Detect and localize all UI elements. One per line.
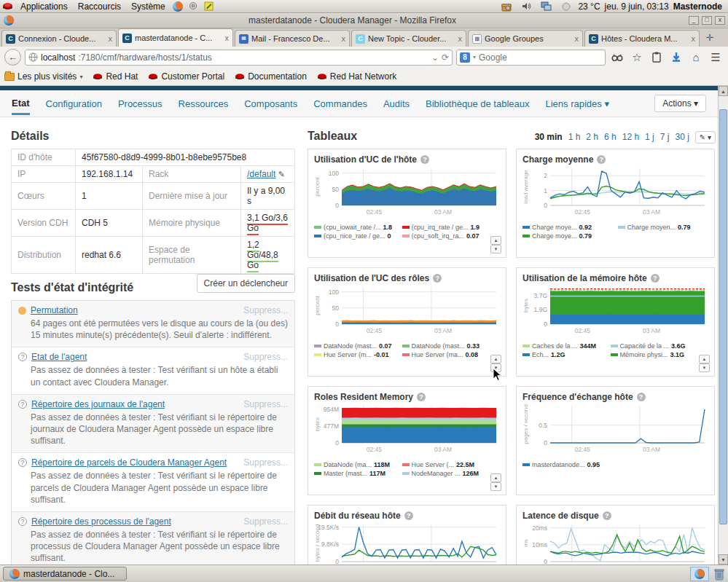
tab-processus[interactable]: Processus bbox=[118, 98, 163, 109]
minimize-button[interactable]: _ bbox=[689, 16, 699, 25]
screenshot-tool-icon[interactable] bbox=[188, 1, 199, 12]
tab-close-icon[interactable]: x bbox=[575, 34, 579, 43]
window-list-firefox-icon[interactable] bbox=[690, 567, 709, 581]
tab-bibliotheque[interactable]: Bibliothèque de tableaux bbox=[426, 98, 529, 109]
downloads-icon[interactable] bbox=[668, 50, 684, 66]
health-test-link[interactable]: Répertoire de parcels de Cloudera Manage… bbox=[31, 457, 227, 468]
legend-spinner[interactable]: ▲▼ bbox=[490, 473, 501, 491]
suppress-link[interactable]: Suppress... bbox=[243, 457, 288, 468]
help-icon[interactable]: ? bbox=[433, 274, 442, 283]
tab-new-topic[interactable]: C New Topic - Clouder... x bbox=[351, 30, 466, 47]
tab-audits[interactable]: Audits bbox=[383, 98, 410, 109]
suppress-link[interactable]: Suppress... bbox=[243, 516, 288, 527]
tab-configuration[interactable]: Configuration bbox=[46, 98, 102, 109]
search-input[interactable] bbox=[479, 52, 602, 63]
range-7j[interactable]: 7 j bbox=[660, 132, 670, 142]
range-2h[interactable]: 2 h bbox=[586, 132, 598, 142]
volume-icon[interactable] bbox=[521, 1, 532, 12]
tab-close-icon[interactable]: x bbox=[458, 34, 463, 43]
window-titlebar[interactable]: masterdatanode - Cloudera Manager - Mozi… bbox=[0, 13, 728, 28]
bookmark-customer-portal[interactable]: Customer Portal bbox=[148, 71, 224, 82]
spinner-down-icon[interactable]: ▼ bbox=[490, 245, 501, 253]
menu-raccourcis[interactable]: Raccourcis bbox=[73, 1, 126, 12]
page-scrollbar[interactable]: ▲ ▼ bbox=[718, 86, 728, 565]
chart-card[interactable]: Latence de disque?010ms20ms02:4503 AMms bbox=[516, 505, 715, 565]
find-icon[interactable] bbox=[609, 50, 625, 66]
tab-close-icon[interactable]: x bbox=[109, 34, 113, 43]
back-button[interactable]: ← bbox=[4, 49, 21, 66]
health-test-link[interactable]: Etat de l'agent bbox=[31, 352, 87, 362]
close-button[interactable]: x bbox=[715, 16, 725, 25]
range-1j[interactable]: 1 j bbox=[645, 132, 654, 142]
tab-google-groupes[interactable]: ⊞ Google Groupes x bbox=[468, 30, 583, 47]
spinner-down-icon[interactable]: ▼ bbox=[699, 363, 710, 372]
redhat-logo-icon[interactable] bbox=[2, 1, 13, 11]
chart-card[interactable]: Fréquence d'échange hôte?00.502:4503 AMp… bbox=[516, 386, 715, 495]
url-bar[interactable]: localhost:7180/cmf/hardware/hosts/1/stat… bbox=[25, 50, 453, 66]
spinner-up-icon[interactable]: ▲ bbox=[490, 236, 501, 245]
menu-systeme[interactable]: Système bbox=[126, 1, 171, 12]
scrollbar-thumb[interactable] bbox=[719, 109, 727, 524]
tab-mail[interactable]: ✉ Mail - Francesco De... x bbox=[235, 30, 350, 47]
range-1h[interactable]: 1 h bbox=[568, 132, 581, 142]
help-icon[interactable]: ? bbox=[603, 511, 611, 520]
quick-links-dropdown[interactable]: Liens rapides ▾ bbox=[545, 98, 608, 109]
help-icon[interactable]: ? bbox=[637, 393, 646, 401]
menu-applications[interactable]: Applications bbox=[15, 1, 73, 12]
range-12h[interactable]: 12 h bbox=[622, 132, 639, 142]
legend-spinner[interactable]: ▲▼ bbox=[699, 355, 710, 372]
clock[interactable]: jeu. 9 juin, 03:13 bbox=[605, 1, 669, 12]
rack-link[interactable]: /default bbox=[247, 169, 275, 179]
edit-range-button[interactable]: ✎ ▾ bbox=[695, 131, 716, 143]
tab-etat[interactable]: Etat bbox=[12, 92, 30, 115]
edit-icon[interactable]: ✎ bbox=[278, 170, 285, 178]
network-monitor-icon[interactable] bbox=[541, 1, 552, 12]
suppress-link[interactable]: Suppress... bbox=[243, 399, 288, 409]
bookmark-redhat-network[interactable]: Red Hat Network bbox=[317, 71, 396, 82]
chart-card[interactable]: Utilisation de la mémoire hôte?01.9G3.7G… bbox=[516, 267, 715, 377]
scroll-down-icon[interactable]: ▼ bbox=[719, 554, 728, 565]
spinner-up-icon[interactable]: ▲ bbox=[490, 473, 501, 482]
chart-card[interactable]: Débit du réseau hôte?09.8K/s19.5K/s02:45… bbox=[308, 505, 506, 565]
url-dropdown-icon[interactable]: ⌄ bbox=[431, 52, 439, 63]
new-tab-button[interactable]: ✛ bbox=[702, 32, 718, 47]
range-30min-selected[interactable]: 30 min bbox=[535, 132, 563, 142]
search-engine-dropdown-icon[interactable]: ▾ bbox=[473, 54, 476, 60]
chart-card[interactable]: Charge moyenne?01202:4503 AMload average… bbox=[516, 149, 715, 258]
range-6h[interactable]: 6 h bbox=[604, 132, 617, 142]
health-test-link[interactable]: Permutation bbox=[31, 305, 78, 315]
health-test-link[interactable]: Répertoire des processus de l'agent bbox=[31, 516, 171, 527]
reload-icon[interactable]: ⟳ bbox=[442, 52, 449, 63]
search-bar[interactable]: 8 ▾ bbox=[456, 50, 606, 66]
weather-icon[interactable] bbox=[560, 1, 571, 12]
help-icon[interactable]: ? bbox=[651, 274, 659, 283]
trash-icon[interactable] bbox=[713, 567, 725, 581]
maximize-button[interactable]: □ bbox=[702, 16, 712, 25]
bookmark-star-icon[interactable]: ☆ bbox=[629, 50, 645, 66]
tab-composants[interactable]: Composants bbox=[244, 98, 297, 109]
tab-connexion[interactable]: C Connexion - Cloude... x bbox=[1, 30, 117, 47]
create-trigger-button[interactable]: Créer un déclencheur bbox=[197, 274, 295, 293]
range-30j[interactable]: 30 j bbox=[675, 132, 689, 142]
taskbar-window-button[interactable]: masterdatanode - Clo... bbox=[3, 567, 127, 581]
tab-ressources[interactable]: Ressources bbox=[179, 98, 229, 109]
menu-hamburger-icon[interactable]: ☰ bbox=[708, 50, 724, 66]
firefox-launcher-icon[interactable] bbox=[173, 1, 184, 12]
scroll-up-icon[interactable]: ▲ bbox=[719, 86, 728, 96]
spinner-up-icon[interactable]: ▲ bbox=[490, 355, 501, 363]
chart-card[interactable]: Utilisation d'UC de l'hôte?05010002:4503… bbox=[308, 149, 506, 258]
help-icon[interactable]: ? bbox=[417, 393, 426, 401]
chart-card[interactable]: Roles Resident Memory?0477M954M02:4503 A… bbox=[308, 386, 506, 495]
bookmark-documentation[interactable]: Documentation bbox=[235, 71, 307, 82]
legend-spinner[interactable]: ▲▼ bbox=[490, 236, 501, 253]
tab-hotes[interactable]: C Hôtes - Cloudera M... x bbox=[584, 30, 700, 47]
bookmark-redhat[interactable]: Red Hat bbox=[93, 71, 138, 82]
tab-masterdatanode[interactable]: C masterdatanode - C... x bbox=[118, 28, 233, 47]
tab-close-icon[interactable]: x bbox=[692, 34, 696, 43]
suppress-link[interactable]: Suppress... bbox=[243, 305, 288, 315]
spinner-up-icon[interactable]: ▲ bbox=[699, 355, 710, 363]
spinner-down-icon[interactable]: ▼ bbox=[490, 482, 501, 491]
help-icon[interactable]: ? bbox=[404, 511, 413, 520]
help-icon[interactable]: ? bbox=[420, 155, 429, 164]
health-test-link[interactable]: Répertoire des journaux de l'agent bbox=[31, 399, 165, 409]
